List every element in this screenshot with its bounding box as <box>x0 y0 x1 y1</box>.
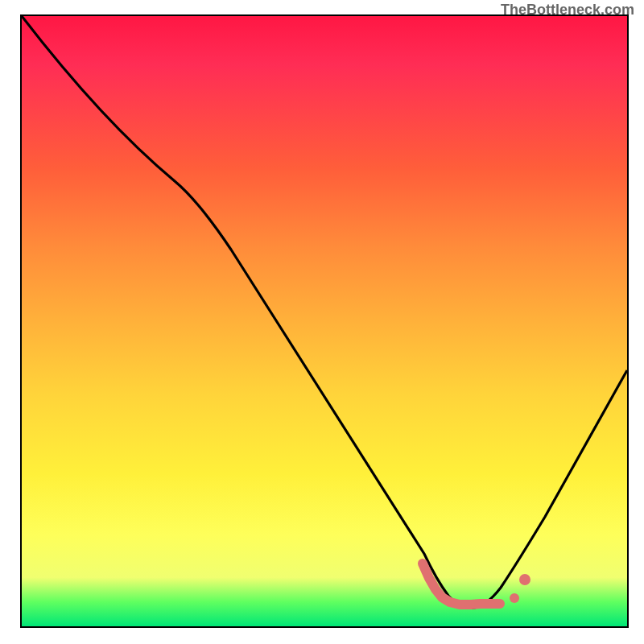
watermark-label: TheBottleneck.com <box>501 2 634 19</box>
plot-area <box>20 14 629 628</box>
chart-background-gradient <box>22 16 627 626</box>
chart-container: TheBottleneck.com <box>0 0 644 644</box>
